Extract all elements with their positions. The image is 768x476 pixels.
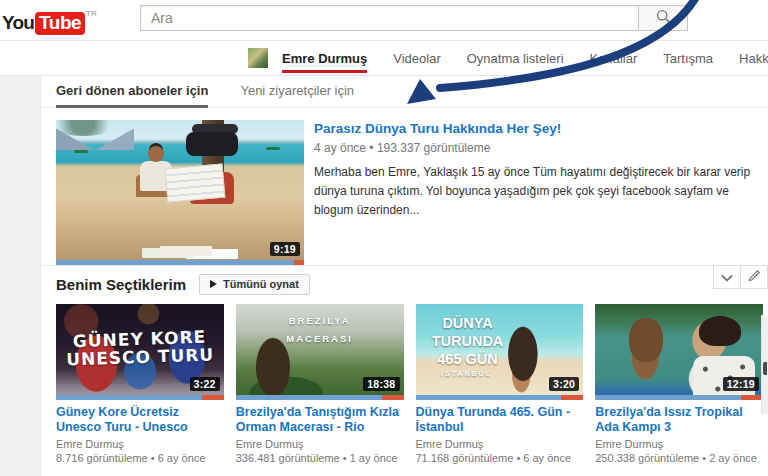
channel-nav: Emre Durmuş Videolar Oynatma listeleri K…: [0, 41, 768, 76]
chevron-down-icon: [721, 268, 733, 286]
art-boat: [266, 147, 280, 150]
video-card: 12:19 Brezilya'da Issız Tropikal Ada Kam…: [595, 304, 763, 464]
tab-discussion[interactable]: Tartışma: [663, 41, 713, 76]
featured-video: 9:19 Parasız Dünya Turu Hakkında Her Şey…: [41, 108, 768, 265]
art-backpack: [186, 132, 238, 156]
video-card: GÜNEY KORE UNESCO TURU 3:22 Güney Kore Ü…: [56, 304, 224, 464]
art-papers: [160, 246, 212, 256]
thumbnail-overlay-text: BREZİLYA MACERASI: [236, 312, 404, 348]
video-meta: 8.716 görüntüleme • 6 ay önce: [56, 452, 224, 464]
duration-badge: 18:38: [363, 377, 399, 391]
art-boat: [74, 150, 88, 153]
art-person: [699, 316, 741, 346]
play-all-label: Tümünü oynat: [223, 278, 299, 290]
search-icon: [656, 9, 671, 27]
edit-shelf-button[interactable]: [740, 265, 768, 289]
logo-text-you: You: [2, 12, 34, 33]
playlist-videos: GÜNEY KORE UNESCO TURU 3:22 Güney Kore Ü…: [41, 300, 768, 464]
tab-returning-subscribers[interactable]: Geri dönen aboneler için: [56, 76, 208, 108]
logo-text-tube: Tube: [35, 12, 85, 35]
featured-video-info: Parasız Dünya Turu Hakkında Her Şey! 4 a…: [314, 120, 753, 265]
video-channel[interactable]: Emre Durmuş: [236, 438, 404, 450]
playlist-section-header: Benim Seçtiklerim Tümünü oynat: [41, 265, 768, 300]
thumbnail-overlay-text: DÜNYA TURUNDA 465 GÜN: [420, 314, 516, 368]
channel-name: Emre Durmuş: [282, 51, 367, 66]
thumbnail-progress-strip: [595, 395, 763, 400]
video-channel[interactable]: Emre Durmuş: [595, 438, 763, 450]
tab-channel-home[interactable]: Emre Durmuş: [282, 41, 367, 76]
channel-content-card: Geri dönen aboneler için Yeni ziyaretçil…: [40, 76, 768, 476]
video-channel[interactable]: Emre Durmuş: [56, 438, 224, 450]
play-icon: [210, 280, 217, 288]
page-background: Geri dönen aboneler için Yeni ziyaretçil…: [0, 76, 768, 476]
video-meta: 250.338 görüntüleme • 2 ay önce: [595, 452, 763, 464]
video-card: DÜNYA TURUNDA 465 GÜN İSTANBUL 3:20 Düny…: [416, 304, 584, 464]
art-cardboard-sign: [165, 164, 226, 203]
thumbnail-overlay-text: GÜNEY KORE UNESCO TURU: [56, 328, 224, 370]
youtube-logo[interactable]: YouTubeTR: [2, 9, 97, 35]
collapse-shelf-button[interactable]: [713, 265, 741, 289]
video-thumbnail[interactable]: DÜNYA TURUNDA 465 GÜN İSTANBUL 3:20: [416, 304, 584, 400]
audience-tabs: Geri dönen aboneler için Yeni ziyaretçil…: [41, 76, 768, 108]
channel-avatar[interactable]: [248, 48, 268, 68]
video-meta: 336.481 görüntüleme • 1 ay önce: [236, 452, 404, 464]
video-channel[interactable]: Emre Durmuş: [416, 438, 584, 450]
pencil-icon: [748, 268, 761, 286]
shelf-controls: [714, 265, 768, 289]
art-mountains: [56, 128, 134, 150]
search-button[interactable]: [638, 5, 688, 31]
duration-badge: 3:20: [549, 377, 579, 391]
video-title[interactable]: Brezilya'da Issız Tropikal Ada Kampı 3: [595, 405, 763, 435]
tab-new-visitors[interactable]: Yeni ziyaretçiler için: [240, 76, 354, 108]
art-person-head: [148, 146, 164, 162]
carousel-edge: [761, 315, 768, 414]
video-card: BREZİLYA MACERASI 18:38 Brezilya'da Tanı…: [236, 304, 404, 464]
top-search-bar: YouTubeTR: [0, 0, 768, 41]
carousel-next-button-clipped[interactable]: [763, 362, 767, 375]
thumbnail-progress-strip: [236, 395, 404, 400]
tab-about[interactable]: Hakkında: [739, 41, 768, 76]
thumbnail-progress-strip: [56, 395, 224, 400]
duration-badge: 3:22: [190, 377, 220, 391]
thumbnail-progress-strip: [416, 395, 584, 400]
playlist-title: Benim Seçtiklerim: [56, 276, 186, 293]
video-meta: 71.168 görüntüleme • 6 ay önce: [416, 452, 584, 464]
duration-badge: 9:19: [270, 242, 300, 256]
play-all-button[interactable]: Tümünü oynat: [199, 274, 310, 295]
featured-video-meta: 4 ay önce • 193.337 görüntüleme: [314, 141, 753, 155]
search-input[interactable]: [140, 5, 639, 31]
video-title[interactable]: Brezilya'da Tanıştığım Kızla Orman Macer…: [236, 405, 404, 435]
thumbnail-overlay-subtext: İSTANBUL: [432, 370, 502, 377]
logo-region-badge: TR: [86, 9, 97, 18]
featured-video-thumbnail[interactable]: 9:19: [56, 120, 304, 265]
duration-badge: 12:19: [723, 377, 759, 391]
video-thumbnail[interactable]: GÜNEY KORE UNESCO TURU 3:22: [56, 304, 224, 400]
video-thumbnail[interactable]: 12:19: [595, 304, 763, 400]
video-title[interactable]: Güney Kore Ücretsiz Unesco Turu - Unesco…: [56, 405, 224, 435]
tab-videos[interactable]: Videolar: [393, 41, 440, 76]
art-person: [629, 318, 663, 362]
tab-playlists[interactable]: Oynatma listeleri: [467, 41, 564, 76]
video-thumbnail[interactable]: BREZİLYA MACERASI 18:38: [236, 304, 404, 400]
video-title[interactable]: Dünya Turunda 465. Gün - İstanbul: [416, 405, 584, 435]
tab-channels[interactable]: Kanallar: [590, 41, 638, 76]
featured-video-description: Merhaba ben Emre, Yaklaşık 15 ay önce Tü…: [314, 163, 753, 221]
featured-video-title[interactable]: Parasız Dünya Turu Hakkında Her Şey!: [314, 121, 753, 136]
